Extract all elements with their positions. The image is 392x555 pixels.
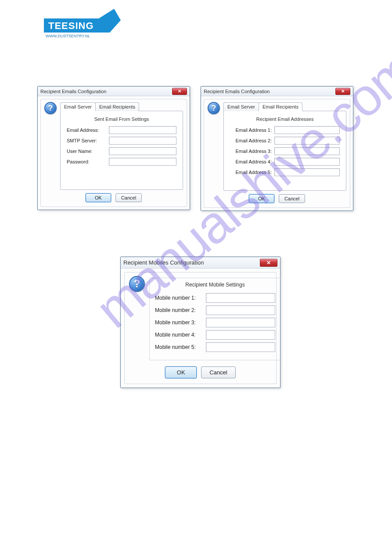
mobile-5-label: Mobile number 5: xyxy=(155,344,203,350)
close-icon: ✕ xyxy=(266,260,271,265)
email-address-label: Email Address: xyxy=(67,127,106,133)
ok-button[interactable]: OK xyxy=(86,193,111,202)
cancel-button[interactable]: Cancel xyxy=(115,193,142,202)
user-name-input[interactable] xyxy=(109,147,176,155)
ok-button[interactable]: OK xyxy=(165,366,197,378)
help-icon: ? xyxy=(208,102,220,114)
tab-email-recipients[interactable]: Email Recipients xyxy=(259,102,302,111)
mobile-2-input[interactable] xyxy=(206,305,275,315)
smtp-server-label: SMTP Server: xyxy=(67,138,106,143)
mobile-4-label: Mobile number 4: xyxy=(155,332,203,338)
help-icon: ? xyxy=(129,276,145,292)
section-title: Recipient Mobile Settings xyxy=(155,282,275,288)
email-1-input[interactable] xyxy=(274,126,340,134)
brand-logo: TEESING WWW.DUSTSENTRY.NL xyxy=(44,8,121,38)
user-name-label: User Name: xyxy=(67,149,106,154)
mobile-1-input[interactable] xyxy=(206,293,275,303)
email-5-label: Email Address 5: xyxy=(230,170,272,175)
mobile-3-input[interactable] xyxy=(206,318,275,327)
tab-email-server[interactable]: Email Server xyxy=(60,102,96,111)
mobile-3-label: Mobile number 3: xyxy=(155,319,203,326)
help-icon: ? xyxy=(44,102,57,114)
email-4-input[interactable] xyxy=(274,158,340,166)
ok-button[interactable]: OK xyxy=(249,194,274,203)
window-title: Recipient Emails Configuration xyxy=(40,89,106,94)
tab-strip: Email Server Email Recipients xyxy=(223,102,346,111)
close-icon: ✕ xyxy=(178,89,181,94)
window-title: Recipient Mobiles Configuration xyxy=(123,259,204,266)
logo-url: WWW.DUSTSENTRY.NL xyxy=(46,34,121,38)
mobile-config-dialog: Recipient Mobiles Configuration ✕ ? Reci… xyxy=(120,257,281,388)
titlebar: Recipient Emails Configuration ✕ xyxy=(201,87,353,96)
close-button[interactable]: ✕ xyxy=(260,259,277,267)
mobile-1-label: Mobile number 1: xyxy=(155,295,203,301)
email-config-dialog-server: Recipient Emails Configuration ✕ ? Email… xyxy=(37,86,190,210)
titlebar: Recipient Mobiles Configuration ✕ xyxy=(121,257,280,268)
email-1-label: Email Address 1: xyxy=(230,127,272,133)
close-button[interactable]: ✕ xyxy=(172,88,187,95)
tab-email-server[interactable]: Email Server xyxy=(223,102,259,111)
email-2-label: Email Address 2: xyxy=(230,138,272,143)
email-address-input[interactable] xyxy=(109,126,176,134)
close-button[interactable]: ✕ xyxy=(335,88,350,95)
email-3-label: Email Address 3: xyxy=(230,149,272,154)
password-input[interactable] xyxy=(109,158,176,166)
close-icon: ✕ xyxy=(341,89,345,94)
mobile-2-label: Mobile number 2: xyxy=(155,307,203,313)
mobile-4-input[interactable] xyxy=(206,330,275,340)
tab-strip: Email Server Email Recipients xyxy=(60,102,183,111)
password-label: Password: xyxy=(67,159,106,164)
titlebar: Recipient Emails Configuration ✕ xyxy=(38,87,190,96)
email-5-input[interactable] xyxy=(274,168,340,176)
email-3-input[interactable] xyxy=(274,147,340,155)
section-title: Recipient Email Addresses xyxy=(230,116,340,122)
section-title: Sent Email From Settings xyxy=(67,116,176,122)
email-4-label: Email Address 4: xyxy=(230,159,272,164)
tab-email-recipients[interactable]: Email Recipients xyxy=(95,102,139,111)
cancel-button[interactable]: Cancel xyxy=(201,366,235,378)
mobile-5-input[interactable] xyxy=(206,342,275,352)
email-config-dialog-recipients: Recipient Emails Configuration ✕ ? Email… xyxy=(201,86,353,211)
window-title: Recipient Emails Configuration xyxy=(204,89,270,94)
email-2-input[interactable] xyxy=(274,137,340,145)
cancel-button[interactable]: Cancel xyxy=(279,194,305,203)
smtp-server-input[interactable] xyxy=(109,137,176,145)
logo-text: TEESING xyxy=(48,20,94,32)
